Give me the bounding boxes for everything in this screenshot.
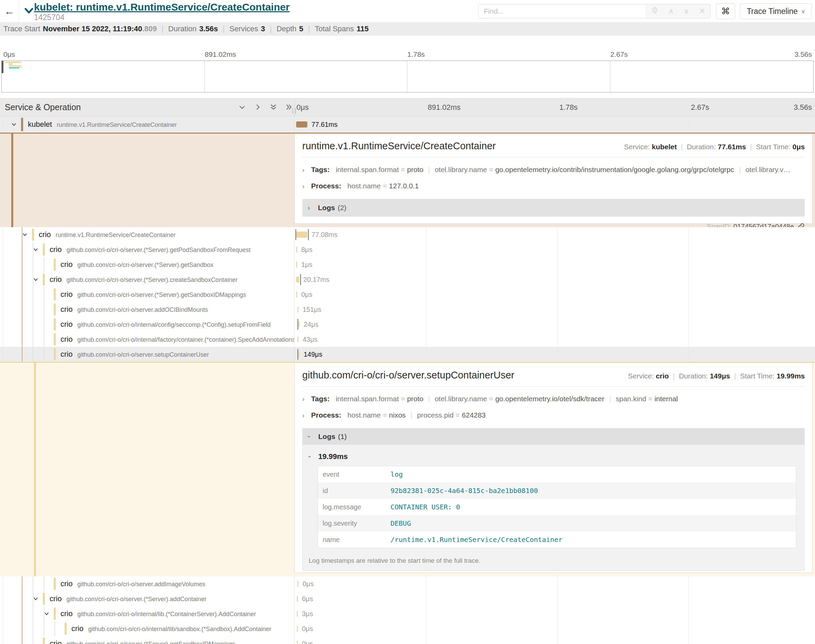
span-row[interactable]: criogithub.com/cri-o/cri-o/server.(*Serv… — [0, 287, 815, 302]
span-row[interactable]: criogithub.com/cri-o/cri-o/server.(*Serv… — [0, 242, 815, 257]
find-clear-close-icon[interactable]: ✕ — [699, 7, 705, 15]
find-input[interactable] — [478, 5, 646, 18]
span-operation-name: github.com/cri-o/cri-o/internal/lib/sand… — [88, 626, 271, 632]
span-detail-card: github.com/cri-o/cri-o/server.setupConta… — [294, 363, 813, 573]
log-field-value[interactable]: DEBUG — [386, 515, 796, 532]
logs-count: (1) — [338, 432, 347, 441]
log-field-value[interactable]: 92b82381-025c-4a64-815c-ba2e1bb08100 — [386, 483, 796, 499]
span-duration-bar — [297, 596, 298, 602]
tag-item[interactable]: otel.library.v… — [745, 166, 790, 174]
row-gutter-line — [3, 227, 3, 242]
row-expand-chevron-down-icon[interactable] — [33, 276, 39, 284]
tag-item[interactable]: otel.library.name=go.opentelemetry.io/co… — [435, 166, 734, 174]
indent-guide — [43, 621, 44, 636]
find-next-chevron-down-icon[interactable]: ∨ — [684, 7, 689, 15]
column-resize-grip[interactable] — [293, 108, 296, 113]
process-label: Process: — [311, 411, 342, 419]
span-service-name: criogithub.com/cri-o/cri-o/internal/conf… — [61, 320, 271, 329]
log-entry-timestamp[interactable]: ›19.99ms — [303, 445, 804, 466]
row-expand-chevron-down-icon[interactable] — [43, 611, 50, 618]
back-button[interactable]: ← — [0, 0, 19, 22]
expand-all-double-chevron-right-icon[interactable] — [285, 103, 293, 113]
span-name-cell: criogithub.com/cri-o/cri-o/internal/lib.… — [0, 606, 294, 621]
span-row[interactable]: criogithub.com/cri-o/cri-o/server.addOCI… — [0, 302, 815, 317]
log-field-value[interactable]: log — [386, 466, 796, 483]
span-service-color-bar — [32, 228, 34, 241]
span-service-color-bar — [43, 273, 45, 286]
span-color-bar — [34, 363, 36, 577]
trace-summary-bar: Trace Start November 15 2022, 11:19:40.8… — [0, 22, 815, 36]
span-row[interactable]: criogithub.com/cri-o/cri-o/internal/lib.… — [0, 606, 815, 621]
collapse-one-chevron-down-icon[interactable] — [238, 103, 246, 113]
tags-accordion[interactable]: ›Tags:internal.span.format=proto|otel.li… — [302, 166, 805, 174]
span-timeline-cell: 0μs — [295, 577, 815, 591]
span-row[interactable]: criogithub.com/cri-o/cri-o/server.addIma… — [0, 577, 815, 591]
minimap-tick: 0μs — [3, 50, 15, 58]
span-row[interactable]: criogithub.com/cri-o/cri-o/internal/fact… — [0, 332, 815, 347]
span-name-cell: kubeletruntime.v1.RuntimeService/CreateC… — [0, 116, 294, 133]
row-expand-chevron-down-icon[interactable] — [33, 596, 39, 603]
tag-item[interactable]: otel.library.name=go.opentelemetry.io/ot… — [435, 395, 605, 403]
timeline-gridline — [688, 242, 689, 257]
timeline-gridline — [426, 591, 426, 606]
span-row[interactable]: criogithub.com/cri-o/cri-o/server.(*Serv… — [0, 272, 815, 287]
log-field-value[interactable]: /runtime.v1.RuntimeService/CreateContain… — [386, 532, 796, 548]
indent-guide — [43, 332, 44, 347]
span-name-cell: criogithub.com/cri-o/cri-o/internal/lib/… — [0, 621, 294, 636]
span-duration-bar — [297, 626, 298, 632]
span-row[interactable]: criogithub.com/cri-o/cri-o/server.(*Serv… — [0, 591, 815, 606]
chevron-right-icon: › — [308, 204, 318, 212]
indent-guide — [43, 287, 44, 302]
minimap-drag-handle[interactable] — [2, 61, 3, 73]
chevron-right-icon: › — [302, 166, 311, 174]
find-prev-chevron-up-icon[interactable]: ∧ — [668, 7, 674, 15]
span-row[interactable]: kubeletruntime.v1.RuntimeService/CreateC… — [0, 116, 815, 133]
expand-one-chevron-right-icon[interactable] — [254, 103, 262, 113]
span-row[interactable]: criogithub.com/cri-o/cri-o/server.(*Serv… — [0, 257, 815, 272]
process-accordion[interactable]: ›Process:host.name=nixos|process.pid=624… — [302, 411, 805, 419]
span-timeline-cell: 149μs — [295, 347, 815, 362]
span-service-color-bar — [43, 638, 45, 644]
tag-item[interactable]: process.pid=624283 — [417, 411, 486, 419]
minimap-span-bar — [9, 63, 12, 65]
process-accordion[interactable]: ›Process:host.name=127.0.0.1 — [302, 182, 805, 190]
log-field-row: id92b82381-025c-4a64-815c-ba2e1bb08100 — [318, 483, 796, 499]
logs-accordion-collapsed[interactable]: ›Logs(2) — [302, 199, 805, 216]
span-duration-bar — [297, 581, 299, 587]
log-field-row: name/runtime.v1.RuntimeService/CreateCon… — [318, 532, 796, 548]
keyboard-shortcuts-button[interactable]: ⌘ — [716, 3, 735, 19]
trace-title-chevron-down-icon[interactable] — [25, 8, 33, 15]
span-row[interactable]: criogithub.com/cri-o/cri-o/server.(*Serv… — [0, 636, 815, 644]
span-row[interactable]: criogithub.com/cri-o/cri-o/internal/lib/… — [0, 621, 815, 636]
log-field-key: name — [318, 532, 386, 548]
row-expand-chevron-down-icon[interactable] — [11, 121, 17, 129]
span-service-name: criogithub.com/cri-o/cri-o/server.(*Serv… — [50, 245, 251, 254]
span-operation-name: github.com/cri-o/cri-o/server.(*Server).… — [77, 291, 246, 298]
span-timeline-cell: 8μs — [295, 242, 815, 257]
span-detail-header: runtime.v1.RuntimeService/CreateContaine… — [302, 140, 805, 158]
tags-accordion[interactable]: ›Tags:internal.span.format=proto|otel.li… — [302, 395, 805, 403]
tag-item[interactable]: host.name=nixos — [348, 411, 406, 419]
row-expand-chevron-down-icon[interactable] — [22, 232, 28, 239]
row-expand-chevron-down-icon[interactable] — [33, 247, 39, 254]
tag-item[interactable]: span.kind=internal — [616, 395, 678, 403]
trace-title-link[interactable]: kubelet: runtime.v1.RuntimeService/Creat… — [34, 2, 290, 13]
locate-icon[interactable] — [651, 6, 659, 16]
span-operation-name: github.com/cri-o/cri-o/server.addImageVo… — [77, 581, 205, 587]
tag-item[interactable]: host.name=127.0.0.1 — [348, 182, 419, 190]
timeline-tick: 891.02ms — [428, 103, 461, 112]
logs-header[interactable]: ›Logs(1) — [303, 428, 804, 445]
span-row[interactable]: crioruntime.v1.RuntimeService/CreateCont… — [0, 227, 815, 242]
log-field-key: log.message — [318, 499, 386, 515]
timeline-gridline — [426, 577, 426, 591]
trace-minimap[interactable] — [2, 61, 813, 92]
timeline-gridline — [688, 621, 689, 636]
log-field-value[interactable]: CONTAINER USER: 0 — [386, 499, 796, 515]
tag-item[interactable]: internal.span.format=proto — [335, 395, 423, 403]
tag-item[interactable]: internal.span.format=proto — [335, 166, 423, 174]
span-row[interactable]: criogithub.com/cri-o/cri-o/internal/conf… — [0, 317, 815, 332]
trace-view-dropdown[interactable]: Trace Timeline ∨ — [740, 3, 812, 19]
span-row[interactable]: criogithub.com/cri-o/cri-o/server.setupC… — [0, 347, 815, 362]
span-duration-label: 43μs — [303, 336, 317, 343]
collapse-all-double-chevron-down-icon[interactable] — [269, 103, 277, 113]
